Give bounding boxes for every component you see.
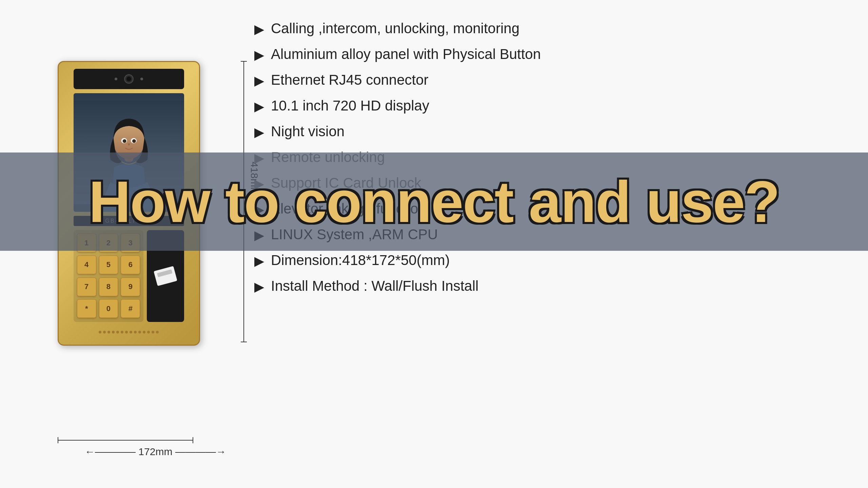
speaker-dot [143,331,145,333]
bullet-arrow: ▶ [254,99,264,114]
speaker-dot [138,331,141,333]
keypad-key: 6 [121,256,140,274]
speaker-dot [130,331,132,333]
card-icon [154,266,177,286]
speaker-grill [74,326,184,338]
dim-label-172: ←———— 172mm ————→ [85,446,226,458]
speaker-dot [107,331,110,333]
keypad-key: 5 [99,256,118,274]
spec-text: Ethernet RJ45 connector [271,72,429,88]
speaker-dot [103,331,106,333]
spec-item: ▶Dimension:418*172*50(mm) [254,252,821,268]
speaker-dot [125,331,128,333]
spec-item: ▶Night vision [254,123,821,140]
dim-horizontal-line [58,440,193,441]
keypad-key: 9 [121,278,140,296]
speaker-dot [99,331,101,333]
speaker-dot [112,331,115,333]
spec-item: ▶Aluminium alloy panel with Physical But… [254,46,821,62]
keypad-key: 0 [99,299,118,318]
speaker-dot [152,331,154,333]
keypad-key: 4 [77,256,96,274]
speaker-dot [147,331,150,333]
led-dot-left [115,78,117,80]
spec-item: ▶Ethernet RJ45 connector [254,72,821,88]
overlay-banner: How to connect and use? [0,152,868,251]
svg-point-6 [122,139,126,143]
speaker-dot [134,331,137,333]
camera-lens [124,74,134,84]
overlay-title: How to connect and use? [88,168,779,235]
spec-item: ▶Install Method : Wall/Flush Install [254,278,821,294]
bullet-arrow: ▶ [254,73,264,88]
keypad-key: * [77,299,96,318]
keypad-key: 7 [77,278,96,296]
spec-text: Install Method : Wall/Flush Install [271,278,478,294]
camera-bar [74,69,184,89]
spec-text: Night vision [271,123,344,140]
led-dot-right [140,78,143,80]
speaker-dot [156,331,159,333]
spec-item: ▶10.1 inch 720 HD display [254,98,821,114]
bullet-arrow: ▶ [254,253,264,268]
spec-text: Dimension:418*172*50(mm) [271,252,450,268]
spec-text: Aluminium alloy panel with Physical Butt… [271,46,541,62]
spec-text: 10.1 inch 720 HD display [271,98,429,114]
spec-text: Calling ,intercom, unlocking, monitoring [271,20,519,37]
main-container: GB-MULTITEK 123456789*0# 418mm ←———— [0,0,868,488]
svg-point-7 [132,139,136,143]
keypad-key: 8 [99,278,118,296]
bullet-arrow: ▶ [254,279,264,294]
bullet-arrow: ▶ [254,125,264,140]
spec-item: ▶Calling ,intercom, unlocking, monitorin… [254,20,821,37]
speaker-dot [116,331,119,333]
keypad-key: # [121,299,140,318]
bullet-arrow: ▶ [254,47,264,62]
speaker-dot [121,331,123,333]
bullet-arrow: ▶ [254,22,264,37]
